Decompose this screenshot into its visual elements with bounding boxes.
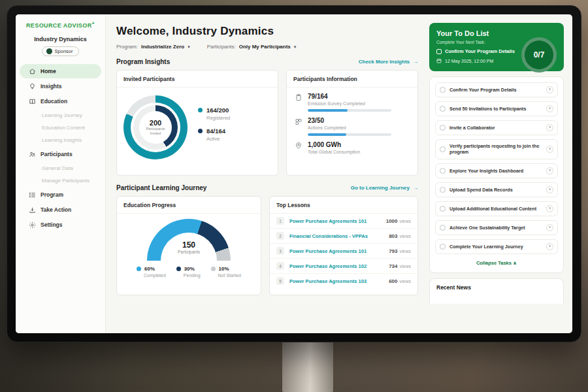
learning-journey-header: Participant Learning Journey Go to Learn… (116, 184, 418, 191)
sidebar-item-label: Home (41, 68, 56, 74)
sidebar-item-label: Participants (41, 151, 73, 157)
program-filter-value: Industrialize Zero (141, 44, 184, 50)
sidebar-item-label: Take Action (41, 206, 71, 213)
task-checkbox[interactable] (440, 244, 446, 250)
task-row-confirm-program[interactable]: Confirm Your Program Details › (435, 82, 558, 97)
todo-column: Your To Do List Complete Your Next Task:… (426, 14, 572, 333)
check-more-insights-link[interactable]: Check More Insights → (359, 59, 418, 65)
views-value: 1000 (386, 218, 398, 224)
task-checkbox[interactable] (440, 168, 446, 174)
task-row-explore-insights[interactable]: Explore Your Insights Dashboard › (435, 163, 558, 178)
sidebar-item-settings[interactable]: Settings (20, 218, 101, 232)
todo-hero-card: Your To Do List Complete Your Next Task:… (429, 23, 564, 71)
sidebar-nav: Home Insights Education Learning Journey… (16, 64, 105, 232)
due-date-text: 12 May 2025, 12:00 PM (445, 59, 493, 63)
sidebar-item-label: Insights (41, 83, 62, 90)
stat-emission-survey: 79/164 Emission Survey Completed (287, 88, 417, 112)
task-row-complete-learning-journey[interactable]: Complete Your Learning Journey › (435, 239, 558, 254)
sidebar-item-label: Learning Journey (42, 112, 82, 118)
task-row-invite-collaborator[interactable]: Invite a Collaborator › (435, 120, 558, 135)
sidebar-item-education[interactable]: Education (20, 94, 101, 108)
legend-pct: 30% (184, 266, 195, 272)
views-value: 803 (389, 233, 397, 239)
calendar-icon (436, 58, 442, 63)
lesson-row: 2 Financial Considerations - VPPAs 803vi… (270, 229, 417, 244)
task-checkbox[interactable] (440, 146, 446, 152)
task-row-achieve-target[interactable]: Achieve One Sustainability Target › (435, 220, 558, 235)
task-checkbox[interactable] (440, 187, 446, 193)
sidebar-item-label: Program (41, 191, 63, 198)
lesson-link[interactable]: Financial Considerations - VPPAs (289, 233, 384, 239)
legend-label: Completed (144, 273, 166, 278)
legend-pct: 60% (144, 266, 155, 272)
sidebar-item-program[interactable]: Program (20, 188, 101, 202)
legend-label: Not Started (218, 273, 241, 278)
sidebar-item-general-data[interactable]: General Data (16, 162, 105, 174)
sidebar-item-education-content[interactable]: Education Content (16, 122, 105, 134)
lesson-link[interactable]: Power Purchase Agreements 101 (289, 218, 381, 224)
card-title: Top Lessons (270, 197, 417, 214)
gear-icon (29, 221, 36, 229)
sidebar-item-participants[interactable]: Participants (20, 147, 101, 161)
education-gauge-chart: 150 Participants (147, 219, 231, 261)
sidebar-item-manage-participants[interactable]: Manage Participants (16, 174, 105, 187)
active-dot-icon (198, 129, 203, 133)
task-row-send-invitations[interactable]: Send 50 Invitations to Participants › (435, 101, 558, 116)
recent-news-title: Recent News (436, 284, 557, 291)
rank-badge: 1 (276, 217, 284, 225)
education-legend: 60% Completed 30% Pending 10% Not Starte… (137, 266, 241, 278)
invited-donut-area: 200 Participants Invited (117, 88, 278, 167)
task-row-upload-educational-content[interactable]: Upload Additional Educational Content › (435, 201, 558, 216)
views-value: 793 (389, 248, 397, 254)
go-to-learning-journey-link[interactable]: Go to Learning Journey → (351, 185, 418, 191)
task-checkbox[interactable] (440, 87, 446, 93)
program-filter[interactable]: Program: Industrialize Zero ▾ (116, 44, 190, 50)
program-filter-label: Program: (116, 44, 138, 50)
arrow-right-icon: → (413, 185, 418, 191)
lesson-link[interactable]: Power Purchase Agreements 101 (289, 248, 384, 254)
task-checkbox[interactable] (440, 225, 446, 231)
collapse-tasks-link[interactable]: Collapse Tasks ∧ (435, 258, 558, 270)
donut-center: 200 Participants Invited (139, 111, 172, 144)
sidebar-item-learning-insights[interactable]: Learning Insights (16, 134, 105, 146)
stat-label: Total Global Consumption (308, 150, 360, 154)
task-checkbox[interactable] (440, 106, 446, 112)
gauge-value: 150 (182, 240, 195, 250)
registered-label: Registered (206, 115, 230, 121)
rank-badge: 4 (276, 262, 284, 270)
main-content: Welcome, Industry Dynamics Program: Indu… (106, 14, 426, 333)
collapse-label: Collapse Tasks (476, 260, 512, 266)
chevron-right-icon: › (546, 146, 553, 153)
monitor-bezel: RESOURCE ADVISOR+ Industry Dynamics Spon… (7, 5, 581, 342)
lesson-row: 1 Power Purchase Agreements 101 1000view… (270, 214, 417, 229)
chevron-down-icon: ▾ (188, 44, 190, 50)
sidebar-item-insights[interactable]: Insights (20, 79, 101, 93)
lesson-link[interactable]: Power Purchase Agreements 103 (289, 278, 384, 284)
participants-information-card: Participants Information 79/164 Emission… (286, 70, 418, 176)
sidebar-item-take-action[interactable]: Take Action (20, 203, 101, 217)
checkbox-icon[interactable] (436, 49, 442, 54)
task-row-upload-spend-data[interactable]: Upload Spend Data Records › (435, 182, 558, 197)
sponsor-badge-icon (46, 48, 52, 54)
lesson-link[interactable]: Power Purchase Agreements 102 (289, 263, 384, 269)
chevron-right-icon: › (546, 86, 553, 93)
chevron-right-icon: › (546, 224, 553, 231)
task-row-verify-participants[interactable]: Verify participants requesting to join t… (435, 139, 558, 159)
todo-progress-value: 0/7 (534, 50, 545, 59)
chevron-right-icon: › (546, 243, 553, 250)
sidebar-item-learning-journey[interactable]: Learning Journey (16, 109, 105, 122)
sidebar-item-label: Learning Insights (42, 137, 82, 143)
filters-row: Program: Industrialize Zero ▾ Participan… (116, 44, 418, 50)
education-gauge-area: 150 Participants 60% Completed (117, 214, 261, 278)
task-checkbox[interactable] (440, 125, 446, 131)
task-label: Invite a Collaborator (449, 125, 542, 131)
legend-item-pending: 30% Pending (176, 266, 201, 278)
legend-item-active: 84/164 Active (198, 127, 230, 142)
sidebar-item-home[interactable]: Home (20, 64, 101, 78)
lesson-row: 4 Power Purchase Agreements 102 734views (270, 259, 417, 274)
participants-filter[interactable]: Participants: Only My Participants ▾ (207, 44, 297, 50)
dashboard-screen: RESOURCE ADVISOR+ Industry Dynamics Spon… (16, 14, 572, 333)
sidebar-item-label: Settings (41, 221, 63, 228)
task-checkbox[interactable] (440, 206, 446, 212)
stat-value: 1,000 GWh (308, 141, 360, 148)
